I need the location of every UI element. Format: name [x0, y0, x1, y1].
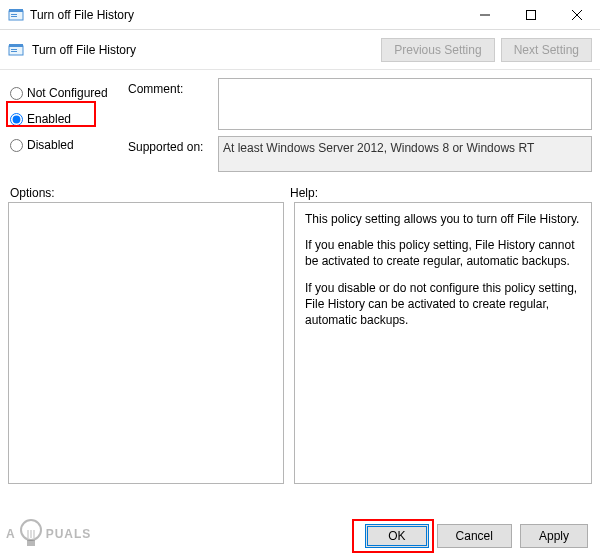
options-label: Options: [10, 186, 290, 200]
close-button[interactable] [554, 0, 600, 30]
radio-label: Enabled [27, 112, 71, 126]
ok-button[interactable]: OK [365, 524, 428, 548]
cancel-button[interactable]: Cancel [437, 524, 512, 548]
help-paragraph: This policy setting allows you to turn o… [305, 211, 581, 227]
radio-not-configured[interactable]: Not Configured [8, 84, 128, 102]
policy-title: Turn off File History [32, 43, 375, 57]
watermark: A PUALS [6, 518, 91, 550]
supported-on-value: At least Windows Server 2012, Windows 8 … [218, 136, 592, 172]
svg-rect-2 [11, 14, 17, 15]
radio-label: Disabled [27, 138, 74, 152]
svg-rect-11 [11, 51, 17, 52]
watermark-text: PUALS [46, 527, 92, 541]
policy-icon [8, 42, 24, 58]
next-setting-button[interactable]: Next Setting [501, 38, 592, 62]
window-controls [462, 0, 600, 29]
svg-rect-9 [9, 44, 23, 47]
svg-rect-8 [9, 46, 23, 55]
svg-rect-10 [11, 49, 17, 50]
dialog-buttons: OK Cancel Apply [349, 524, 588, 548]
radio-disabled[interactable]: Disabled [8, 136, 128, 154]
svg-rect-3 [11, 16, 17, 17]
comment-label: Comment: [128, 78, 218, 130]
help-paragraph: If you disable or do not configure this … [305, 280, 581, 329]
state-radio-group: Not Configured Enabled Disabled [8, 78, 128, 178]
previous-setting-button[interactable]: Previous Setting [381, 38, 494, 62]
maximize-button[interactable] [508, 0, 554, 30]
options-box[interactable] [8, 202, 284, 484]
svg-rect-1 [9, 9, 23, 12]
lower-panel: This policy setting allows you to turn o… [0, 202, 600, 484]
window-title: Turn off File History [30, 8, 462, 22]
comment-input[interactable] [218, 78, 592, 130]
radio-not-configured-input[interactable] [10, 87, 23, 100]
svg-rect-0 [9, 11, 23, 20]
help-paragraph: If you enable this policy setting, File … [305, 237, 581, 269]
radio-disabled-input[interactable] [10, 139, 23, 152]
help-label: Help: [290, 186, 590, 200]
fields-column: Comment: Supported on: At least Windows … [128, 78, 592, 178]
lower-labels: Options: Help: [0, 178, 600, 202]
watermark-text: A [6, 527, 16, 541]
toolbar: Turn off File History Previous Setting N… [0, 30, 600, 70]
radio-enabled[interactable]: Enabled [8, 110, 128, 128]
svg-rect-5 [527, 11, 536, 20]
help-box[interactable]: This policy setting allows you to turn o… [294, 202, 592, 484]
svg-rect-13 [27, 540, 35, 546]
radio-label: Not Configured [27, 86, 108, 100]
upper-panel: Not Configured Enabled Disabled Comment:… [0, 70, 600, 178]
minimize-button[interactable] [462, 0, 508, 30]
bulb-icon [18, 518, 44, 550]
apply-button[interactable]: Apply [520, 524, 588, 548]
radio-enabled-input[interactable] [10, 113, 23, 126]
titlebar: Turn off File History [0, 0, 600, 30]
policy-icon [8, 7, 24, 23]
supported-on-label: Supported on: [128, 136, 218, 172]
